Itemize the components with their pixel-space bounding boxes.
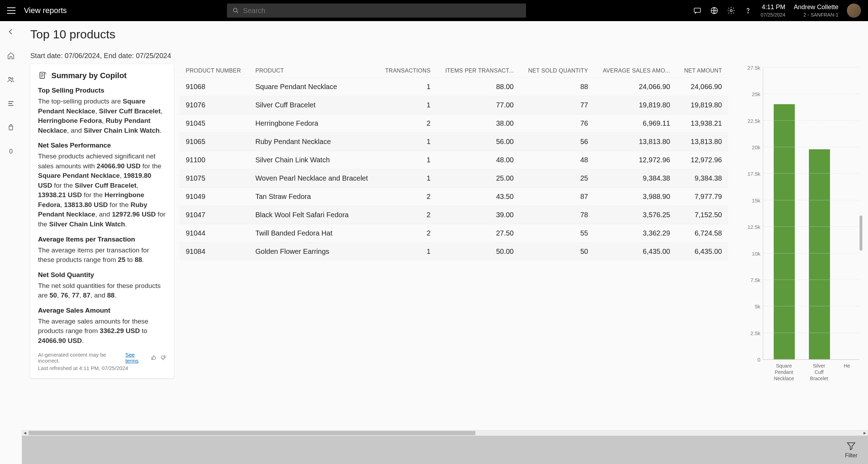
chart-xlabel: He xyxy=(844,363,851,382)
table-row[interactable]: 91100Silver Chain Link Watch148.004812,9… xyxy=(179,151,728,169)
cell-transactions: 2 xyxy=(378,188,437,206)
table-row[interactable]: 91044Twill Banded Fedora Hat227.50553,36… xyxy=(179,224,728,243)
header-time: 4:11 PM xyxy=(761,3,785,11)
table-row[interactable]: 91068Square Pendant Necklace188.008824,0… xyxy=(179,78,728,96)
cell-items-per: 39.00 xyxy=(437,206,520,224)
cell-product-number: 91084 xyxy=(179,243,249,261)
chart-ytick: 20k xyxy=(752,144,760,150)
scroll-right-icon[interactable]: ► xyxy=(862,431,868,435)
cell-product: Tan Straw Fedora xyxy=(249,188,378,206)
cell-net-amount: 19,819.80 xyxy=(677,96,728,114)
copilot-refreshed: Last refreshed at 4:11 PM, 07/25/2024 xyxy=(38,365,166,371)
thumbs-up-icon[interactable] xyxy=(151,355,157,361)
svg-line-1 xyxy=(236,11,238,13)
settings-icon[interactable] xyxy=(727,6,735,15)
section-avg-items: Average Items per Transaction xyxy=(38,236,166,243)
cell-avg-sales: 19,819.80 xyxy=(594,96,676,114)
help-icon[interactable] xyxy=(744,6,752,15)
globe-icon[interactable] xyxy=(710,6,718,15)
cell-product-number: 91075 xyxy=(179,169,249,188)
table-row[interactable]: 91076Silver Cuff Bracelet177.007719,819.… xyxy=(179,96,728,114)
table-row[interactable]: 91075Woven Pearl Necklace and Bracelet12… xyxy=(179,169,728,188)
th-avg-sales[interactable]: AVERAGE SALES AMO... xyxy=(594,64,676,78)
section-avg-sales: Average Sales Amount xyxy=(38,307,166,314)
copilot-disclaimer: AI-generated content may be incorrect. xyxy=(38,352,122,364)
th-product[interactable]: PRODUCT xyxy=(249,64,378,78)
cell-net-sold: 87 xyxy=(520,188,594,206)
products-table: PRODUCT NUMBER PRODUCT TRANSACTIONS ITEM… xyxy=(179,64,728,427)
cell-avg-sales: 9,384.38 xyxy=(594,169,676,188)
see-terms-link[interactable]: See terms xyxy=(125,352,147,364)
cell-items-per: 48.00 xyxy=(437,151,520,169)
cell-avg-sales: 12,972.96 xyxy=(594,151,676,169)
cell-product-number: 91065 xyxy=(179,133,249,151)
scroll-left-icon[interactable]: ◄ xyxy=(22,431,28,435)
filter-button[interactable]: Filter xyxy=(845,441,857,459)
back-icon[interactable] xyxy=(6,27,16,37)
chart-ytick: 2.5k xyxy=(750,330,760,336)
chart-bar[interactable] xyxy=(809,149,830,359)
cell-product: Black Wool Felt Safari Fedora xyxy=(249,206,378,224)
th-net-sold[interactable]: NET SOLD QUANTITY xyxy=(520,64,594,78)
cell-product-number: 91045 xyxy=(179,114,249,133)
chart-ytick: 25k xyxy=(752,91,760,97)
people-icon[interactable] xyxy=(6,75,16,84)
cell-net-sold: 76 xyxy=(520,114,594,133)
scroll-thumb[interactable] xyxy=(28,431,475,435)
chart-ytick: 12.5k xyxy=(747,224,760,230)
chart-ytick: 5k xyxy=(755,303,760,309)
cell-net-sold: 50 xyxy=(520,243,594,261)
cell-transactions: 1 xyxy=(378,78,437,96)
copilot-text: The average sales amounts for these prod… xyxy=(38,316,166,346)
chat-icon[interactable] xyxy=(693,6,702,15)
search-input[interactable] xyxy=(243,7,520,15)
home-icon[interactable] xyxy=(6,51,16,61)
chart-ytick: 10k xyxy=(752,250,760,256)
copilot-text: The average items per transaction for th… xyxy=(38,245,166,265)
horizontal-scrollbar[interactable]: ◄ ► xyxy=(22,430,868,436)
cell-product-number: 91100 xyxy=(179,151,249,169)
search-icon xyxy=(233,7,239,14)
count-badge: 0 xyxy=(6,146,16,156)
cell-product-number: 91049 xyxy=(179,188,249,206)
table-row[interactable]: 91065Ruby Pendant Necklace156.005613,813… xyxy=(179,133,728,151)
filter-label: Filter xyxy=(845,452,857,459)
cell-items-per: 43.50 xyxy=(437,188,520,206)
cell-avg-sales: 6,435.00 xyxy=(594,243,676,261)
cell-net-sold: 78 xyxy=(520,206,594,224)
app-title: View reports xyxy=(24,6,67,15)
th-product-number[interactable]: PRODUCT NUMBER xyxy=(179,64,249,78)
cell-items-per: 27.50 xyxy=(437,224,520,243)
cell-product-number: 91068 xyxy=(179,78,249,96)
cell-net-amount: 9,384.38 xyxy=(677,169,728,188)
table-row[interactable]: 91047Black Wool Felt Safari Fedora239.00… xyxy=(179,206,728,224)
svg-point-6 xyxy=(9,77,11,80)
copilot-card: Summary by Copilot Top Selling Products … xyxy=(30,64,174,378)
th-transactions[interactable]: TRANSACTIONS xyxy=(378,64,437,78)
cell-product: Square Pendant Necklace xyxy=(249,78,378,96)
cell-transactions: 1 xyxy=(378,96,437,114)
chart-ytick: 22.5k xyxy=(747,118,760,124)
bag-icon[interactable] xyxy=(6,123,16,132)
cell-avg-sales: 3,988.90 xyxy=(594,188,676,206)
chart-bar[interactable] xyxy=(774,104,795,360)
th-net-amount[interactable]: NET AMOUNT xyxy=(677,64,728,78)
cell-transactions: 1 xyxy=(378,133,437,151)
copilot-text: The top-selling products are Square Pend… xyxy=(38,96,166,135)
list-icon[interactable] xyxy=(6,99,16,108)
avatar[interactable] xyxy=(847,4,861,18)
cell-net-amount: 6,435.00 xyxy=(677,243,728,261)
menu-button[interactable] xyxy=(7,6,15,15)
thumbs-down-icon[interactable] xyxy=(160,355,166,361)
svg-rect-2 xyxy=(694,8,701,12)
th-items-per[interactable]: ITEMS PER TRANSACT... xyxy=(437,64,520,78)
cell-items-per: 25.00 xyxy=(437,169,520,188)
table-row[interactable]: 91045Herringbone Fedora238.00766,969.111… xyxy=(179,114,728,133)
table-row[interactable]: 91049Tan Straw Fedora243.50873,988.907,9… xyxy=(179,188,728,206)
cell-product: Golden Flower Earrings xyxy=(249,243,378,261)
svg-point-4 xyxy=(730,10,732,12)
chart-scrollbar[interactable] xyxy=(860,215,862,251)
search-box[interactable] xyxy=(227,4,526,18)
table-row[interactable]: 91084Golden Flower Earrings150.00506,435… xyxy=(179,243,728,261)
cell-product-number: 91047 xyxy=(179,206,249,224)
